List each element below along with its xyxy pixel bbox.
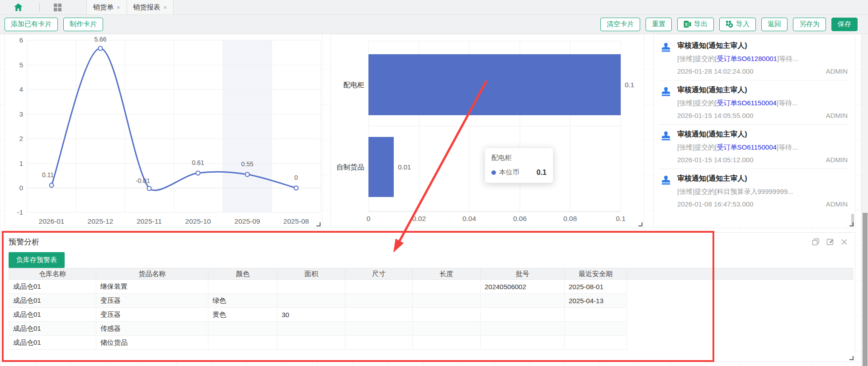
svg-text:0.1: 0.1: [625, 81, 634, 89]
svg-text:X: X: [685, 22, 688, 27]
bar-chart-card: 配电柜 自制货品 0.1 0.01 0 0.02 0.04 0.06 0.08 …: [330, 34, 644, 228]
tooltip-series: 本位币: [499, 168, 519, 177]
card-resize-handle[interactable]: [316, 222, 321, 226]
svg-text:2025-10: 2025-10: [185, 217, 211, 225]
document-link[interactable]: 受订单SO61280001: [717, 55, 777, 62]
document-link[interactable]: 受订单SO61150004: [717, 143, 777, 151]
svg-text:0.04: 0.04: [462, 215, 476, 222]
export-button[interactable]: X 导出: [677, 18, 714, 31]
series-dot-icon: [491, 170, 496, 175]
svg-text:6: 6: [19, 36, 23, 44]
save-as-button[interactable]: 另存为: [793, 18, 826, 31]
line-chart-card: 6 5 4 3 2 1 0 -1 2026-01 2025-12 2025-11…: [5, 34, 322, 228]
bar-peidiangui[interactable]: [368, 54, 621, 115]
svg-text:1: 1: [19, 160, 23, 167]
make-card-button[interactable]: 制作卡片: [63, 18, 103, 31]
app-window: 销货单 × 销货报表 × 添加已有卡片 制作卡片 清空卡片 重置 X 导出 导入…: [0, 0, 868, 366]
tooltip-value: 0.1: [537, 169, 547, 177]
svg-text:2025-09: 2025-09: [235, 217, 260, 225]
svg-text:自制货品: 自制货品: [336, 163, 364, 171]
svg-text:0: 0: [367, 215, 371, 222]
notification-title: 审核通知(通知主审人): [677, 174, 848, 183]
notification-title: 审核通知(通知主审人): [677, 41, 848, 51]
col-header: 仓库名称: [9, 268, 96, 280]
reset-button[interactable]: 重置: [646, 18, 672, 31]
home-icon: [14, 3, 23, 12]
svg-text:2025-12: 2025-12: [88, 217, 113, 225]
tab-close-icon[interactable]: ×: [164, 4, 167, 11]
bar-zizhihuopin[interactable]: [368, 137, 394, 197]
dashboard-canvas: 6 5 4 3 2 1 0 -1 2026-01 2025-12 2025-11…: [0, 34, 868, 366]
card-resize-handle[interactable]: [638, 222, 642, 226]
page-scrollbar-thumb[interactable]: [863, 213, 868, 366]
edit-card-icon[interactable]: [826, 238, 834, 246]
notification-content: [张维]提交的[科目预算录入99999999...: [677, 188, 848, 196]
notification-user: ADMIN: [826, 200, 848, 208]
notification-time: 2026-01-15 14:05:12.000: [677, 156, 753, 164]
alert-analysis-card: 预警分析 负库存预警表: [0, 232, 855, 362]
svg-text:4: 4: [19, 85, 23, 93]
back-button[interactable]: 返回: [761, 18, 788, 31]
svg-text:0.55: 0.55: [241, 160, 253, 168]
table-row[interactable]: 成品仓01储位货品: [9, 336, 853, 350]
svg-text:0: 0: [19, 184, 23, 192]
notification-user: ADMIN: [826, 156, 848, 164]
tab-sales-report[interactable]: 销货报表 ×: [127, 0, 174, 14]
chart-tooltip: 配电柜 本位币 0.1: [485, 148, 553, 183]
notification-item[interactable]: 审核通知(通知主审人) [张维]提交的[科目预算录入99999999... 20…: [659, 169, 849, 213]
stamp-icon: [660, 174, 672, 186]
modules-button[interactable]: [53, 0, 62, 14]
add-existing-card-button[interactable]: 添加已有卡片: [5, 18, 58, 31]
notification-user: ADMIN: [826, 112, 848, 119]
notification-content: [张维]提交的[受订单SO61280001]等待...: [677, 55, 848, 63]
tab-label: 销货报表: [133, 3, 160, 12]
home-button[interactable]: [0, 0, 23, 14]
col-header: 货品名称: [96, 268, 208, 280]
save-button[interactable]: 保存: [831, 18, 858, 31]
svg-text:0.08: 0.08: [563, 215, 577, 222]
notification-time: 2026-01-08 16:47:53.000: [677, 200, 753, 208]
svg-text:-0.01: -0.01: [136, 177, 150, 184]
svg-text:5: 5: [19, 61, 23, 69]
document-link[interactable]: 受订单SO61150004: [717, 99, 777, 107]
card-resize-handle[interactable]: [849, 356, 854, 360]
table-row[interactable]: 成品仓01变压器绿色2025-04-13: [9, 294, 853, 308]
table-row[interactable]: 成品仓01继保装置202405060022025-08-01: [9, 280, 853, 294]
stamp-icon: [660, 130, 672, 142]
svg-text:0.11: 0.11: [42, 171, 54, 178]
copy-card-icon[interactable]: [812, 238, 820, 246]
col-header: 面积: [278, 268, 345, 280]
col-header: 最近安全期: [565, 268, 627, 280]
card-resize-handle[interactable]: [849, 222, 854, 226]
col-header: 尺寸: [345, 268, 413, 280]
stamp-icon: [660, 86, 672, 98]
notifications-card: 审核通知(通知主审人) [张维]提交的[受订单SO61280001]等待... …: [653, 34, 855, 228]
svg-text:配电柜: 配电柜: [344, 81, 365, 89]
svg-text:0: 0: [294, 174, 298, 181]
tab-close-icon[interactable]: ×: [117, 4, 120, 11]
notification-item[interactable]: 审核通知(通知主审人) [张维]提交的[受订单SO61150004]等待... …: [659, 80, 849, 125]
line-chart[interactable]: 6 5 4 3 2 1 0 -1 2026-01 2025-12 2025-11…: [5, 34, 322, 228]
clear-cards-button[interactable]: 清空卡片: [600, 18, 640, 31]
import-button[interactable]: 导入: [719, 18, 756, 31]
table-row[interactable]: 成品仓01变压器黄色30: [9, 308, 853, 322]
tab-sales-order[interactable]: 销货单 ×: [86, 0, 127, 14]
tooltip-title: 配电柜: [491, 154, 547, 162]
import-icon: [726, 20, 733, 28]
page-scrollbar[interactable]: [861, 34, 868, 366]
tab-label: 销货单: [93, 3, 113, 12]
col-header: 长度: [413, 268, 481, 280]
bar-chart[interactable]: 配电柜 自制货品 0.1 0.01 0 0.02 0.04 0.06 0.08 …: [331, 34, 644, 228]
col-header: 颜色: [208, 268, 278, 280]
notification-title: 审核通知(通知主审人): [677, 85, 848, 95]
excel-icon: X: [684, 20, 691, 28]
table-header-row: 仓库名称 货品名称 颜色 面积 尺寸 长度 批号 最近安全期: [9, 268, 853, 280]
col-header-filler: [627, 268, 853, 280]
close-card-icon[interactable]: [841, 239, 848, 245]
notification-time: 2026-01-28 14:02:24.000: [677, 67, 753, 75]
notification-item[interactable]: 审核通知(通知主审人) [张维]提交的[受订单SO61150004]等待... …: [659, 125, 849, 169]
table-row[interactable]: 成品仓01传感器: [9, 322, 853, 336]
negative-stock-alert-tab[interactable]: 负库存预警表: [9, 252, 65, 268]
svg-text:2025-08: 2025-08: [283, 217, 309, 225]
notification-item[interactable]: 审核通知(通知主审人) [张维]提交的[受订单SO61280001]等待... …: [659, 36, 849, 80]
